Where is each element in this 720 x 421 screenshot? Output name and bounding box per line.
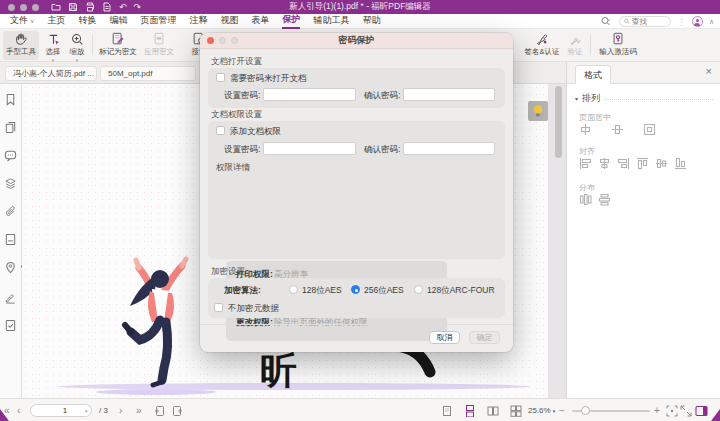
align-middle-icon[interactable] bbox=[655, 157, 668, 170]
distribute-horizontally-icon[interactable] bbox=[579, 193, 592, 206]
search-input[interactable] bbox=[632, 17, 666, 26]
user-avatar[interactable] bbox=[692, 16, 703, 27]
add-permission-checkbox[interactable] bbox=[216, 126, 225, 135]
zoom-in-button[interactable]: + bbox=[654, 399, 660, 421]
page-number-input[interactable] bbox=[45, 406, 85, 415]
radio-128-aes[interactable] bbox=[289, 285, 298, 294]
single-page-view-button[interactable] bbox=[441, 399, 453, 421]
center-both-icon[interactable] bbox=[643, 123, 656, 136]
next-page-button[interactable]: › bbox=[119, 399, 122, 421]
more-options-icon[interactable]: ⋮ bbox=[677, 17, 686, 27]
menu-view[interactable]: 视图 bbox=[220, 14, 238, 28]
enter-activation-code-button[interactable]: 输入激活码 bbox=[595, 31, 641, 60]
lightbulb-icon bbox=[532, 104, 544, 118]
zoom-out-button[interactable]: − bbox=[559, 399, 565, 421]
hand-tool-button[interactable]: 手型工具 bbox=[3, 31, 39, 60]
window-minimize-button[interactable] bbox=[20, 4, 27, 11]
distribute-vertically-icon[interactable] bbox=[598, 193, 611, 206]
undo-icon[interactable]: ↶ bbox=[119, 3, 127, 12]
close-icon[interactable]: × bbox=[706, 66, 712, 77]
perm-set-password-input[interactable] bbox=[263, 142, 356, 155]
verify-button[interactable]: 验证 bbox=[564, 31, 586, 60]
fields-panel-icon[interactable] bbox=[4, 233, 18, 247]
menu-home[interactable]: 主页 bbox=[47, 14, 65, 28]
redact-mark-icon bbox=[111, 31, 125, 46]
fullscreen-button[interactable] bbox=[680, 399, 692, 421]
last-page-button[interactable]: » bbox=[136, 399, 142, 421]
cancel-button[interactable]: 取消 bbox=[429, 331, 460, 344]
tab-format[interactable]: 格式 bbox=[575, 65, 611, 84]
zoom-tool-button[interactable]: 缩放 ▾ bbox=[66, 31, 88, 60]
center-vertically-icon[interactable] bbox=[611, 123, 624, 136]
align-right-icon[interactable] bbox=[617, 157, 630, 170]
signatures-panel-icon[interactable] bbox=[4, 291, 18, 305]
comments-panel-icon[interactable] bbox=[4, 149, 18, 163]
corner-decoration bbox=[0, 409, 9, 421]
caret-down-icon: ▾ bbox=[553, 408, 556, 414]
apply-redaction-button[interactable]: 应用密文 bbox=[140, 31, 178, 60]
bookmarks-panel-icon[interactable] bbox=[4, 93, 18, 107]
no-encrypt-metadata-checkbox[interactable] bbox=[214, 303, 223, 312]
ok-button[interactable]: 确定 bbox=[469, 331, 500, 344]
menu-page-management[interactable]: 页面管理 bbox=[140, 14, 176, 28]
menu-help[interactable]: 帮助 bbox=[362, 14, 380, 28]
pages-panel-icon[interactable] bbox=[4, 121, 18, 135]
save-icon[interactable] bbox=[68, 2, 78, 12]
radio-256-aes[interactable] bbox=[351, 285, 360, 294]
panel-toggle-button[interactable] bbox=[695, 399, 708, 421]
select-tool-button[interactable]: 选择 ▾ bbox=[42, 31, 64, 60]
redo-icon[interactable]: ↷ bbox=[134, 3, 142, 12]
menu-protect[interactable]: 保护 bbox=[282, 13, 300, 29]
radio-128-arcfour[interactable] bbox=[414, 285, 423, 294]
collapse-ribbon-icon[interactable]: ∧ bbox=[709, 18, 714, 26]
vertical-scrollbar[interactable] bbox=[555, 86, 562, 158]
layers-panel-icon[interactable] bbox=[4, 177, 18, 191]
arrange-section-header[interactable]: ▾ 排列 bbox=[575, 92, 713, 105]
set-password-input[interactable] bbox=[263, 88, 356, 101]
confirm-password-input[interactable] bbox=[403, 88, 495, 101]
set-password-label: 设置密码: bbox=[224, 90, 260, 102]
menu-convert[interactable]: 转换 bbox=[78, 14, 96, 28]
align-center-icon[interactable] bbox=[598, 157, 611, 170]
menu-edit[interactable]: 编辑 bbox=[109, 14, 127, 28]
document-tab[interactable]: 冯小惠-个人简历.pdf ... bbox=[5, 66, 97, 81]
menu-comment[interactable]: 注释 bbox=[189, 14, 207, 28]
continuous-view-button[interactable] bbox=[464, 399, 476, 421]
facing-view-button[interactable] bbox=[487, 399, 499, 421]
previous-page-button[interactable]: ‹ bbox=[17, 399, 20, 421]
document-tab[interactable]: 50M_opt.pdf bbox=[100, 66, 196, 81]
find-options-icon[interactable] bbox=[601, 16, 613, 28]
sign-certify-button[interactable]: 签名&认证 bbox=[520, 31, 564, 60]
note-annotation[interactable] bbox=[528, 101, 548, 121]
destinations-panel-icon[interactable] bbox=[4, 261, 18, 275]
mark-redaction-button[interactable]: 标记为密文 bbox=[97, 31, 139, 60]
document-icon[interactable] bbox=[102, 2, 112, 12]
navigation-sidebar: ▸ bbox=[0, 84, 22, 398]
align-top-icon[interactable] bbox=[636, 157, 649, 170]
validation-panel-icon[interactable] bbox=[4, 319, 18, 333]
menu-accessibility[interactable]: 辅助工具 bbox=[313, 14, 349, 28]
menu-form[interactable]: 表单 bbox=[251, 14, 269, 28]
align-left-icon[interactable] bbox=[579, 157, 592, 170]
open-file-icon[interactable] bbox=[51, 2, 61, 12]
require-password-checkbox[interactable] bbox=[216, 73, 225, 82]
menu-file[interactable]: 文件∨ bbox=[10, 14, 34, 28]
window-close-button[interactable] bbox=[8, 4, 15, 11]
open-settings-heading: 文档打开设置 bbox=[211, 56, 262, 68]
print-icon[interactable] bbox=[85, 2, 95, 12]
page-number-box[interactable]: ▾ bbox=[30, 404, 92, 417]
center-horizontally-icon[interactable] bbox=[579, 123, 592, 136]
zoom-level-label[interactable]: 25.6%▾ bbox=[528, 399, 555, 421]
facing-continuous-view-button[interactable] bbox=[510, 399, 522, 421]
attachments-panel-icon[interactable] bbox=[4, 205, 18, 219]
search-box[interactable] bbox=[619, 16, 671, 27]
align-bottom-icon[interactable] bbox=[674, 157, 687, 170]
next-view-button[interactable] bbox=[171, 399, 183, 421]
previous-view-button[interactable] bbox=[154, 399, 166, 421]
password-protection-dialog: 密码保护 文档打开设置 需要密码来打开文档 设置密码: 确认密码: 文档权限设置… bbox=[200, 33, 513, 352]
perm-confirm-password-input[interactable] bbox=[403, 142, 495, 155]
window-zoom-button[interactable] bbox=[32, 4, 39, 11]
fit-page-button[interactable] bbox=[666, 399, 678, 421]
activation-key-icon bbox=[611, 31, 625, 46]
zoom-slider-knob[interactable] bbox=[581, 406, 590, 415]
